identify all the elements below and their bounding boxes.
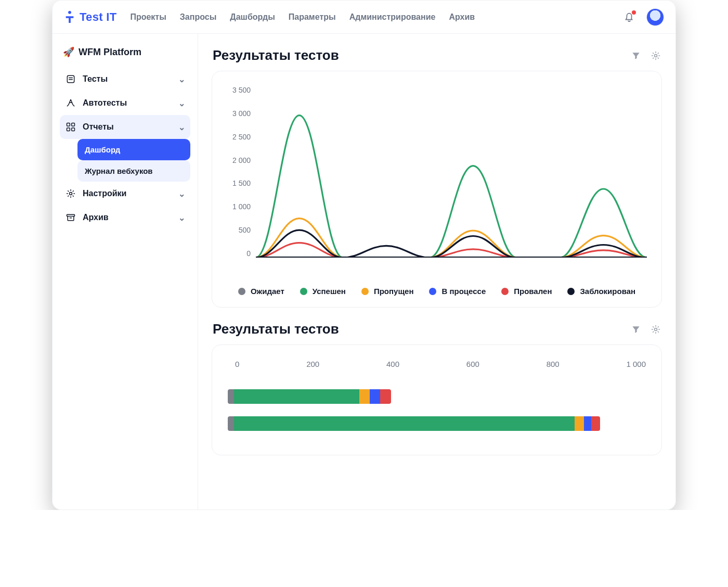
filter-button[interactable] <box>631 50 641 61</box>
sidebar-item-tests[interactable]: Тесты ⌄ <box>60 67 190 91</box>
chevron-down-icon: ⌄ <box>178 98 185 108</box>
top-nav: Проекты Запросы Дашборды Параметры Админ… <box>130 12 475 22</box>
sidebar-item-autotests[interactable]: Автотесты ⌄ <box>60 91 190 115</box>
legend-label: Ожидает <box>251 287 284 296</box>
legend-label: Пропущен <box>374 287 414 296</box>
project-header[interactable]: 🚀 WFM Platform <box>60 43 190 67</box>
y-tick: 2 000 <box>222 156 251 164</box>
filter-icon <box>631 324 641 335</box>
svg-rect-4 <box>67 128 70 131</box>
sidebar-sub-dashboard[interactable]: Дашборд <box>77 139 190 160</box>
legend-label: Заблокирован <box>580 287 635 296</box>
nav-parameters[interactable]: Параметры <box>289 12 336 22</box>
y-tick: 1 000 <box>222 202 251 211</box>
legend-swatch <box>300 288 307 295</box>
svg-point-9 <box>655 328 657 330</box>
y-tick: 500 <box>222 226 251 234</box>
section1-head: Результаты тестов <box>213 47 661 63</box>
legend-item[interactable]: Успешен <box>300 287 346 296</box>
legend-item[interactable]: Заблокирован <box>567 287 635 296</box>
notification-dot <box>632 10 636 15</box>
chart1-card: 3 500 3 000 2 500 2 000 1 500 1 000 500 … <box>212 71 662 308</box>
svg-rect-1 <box>67 75 74 82</box>
filter-button[interactable] <box>631 324 641 335</box>
legend-swatch <box>567 288 575 295</box>
bar-row <box>228 416 646 431</box>
legend-swatch <box>361 288 369 295</box>
nav-admin[interactable]: Администрирование <box>349 12 436 22</box>
sidebar-item-label: Автотесты <box>83 98 127 108</box>
chevron-down-icon: ⌄ <box>178 122 185 132</box>
bar-row <box>228 389 646 404</box>
chart2-x-ticks: 0 200 400 600 800 1 000 <box>222 354 652 377</box>
legend-item[interactable]: В процессе <box>429 287 486 296</box>
chart1-y-ticks: 3 500 3 000 2 500 2 000 1 500 1 000 500 … <box>222 86 251 258</box>
chevron-down-icon: ⌄ <box>178 213 185 223</box>
sidebar-item-label: Тесты <box>83 74 108 84</box>
bar-segment <box>359 389 370 404</box>
legend-item[interactable]: Ожидает <box>238 287 284 296</box>
y-tick: 3 000 <box>222 109 251 118</box>
legend-item[interactable]: Пропущен <box>361 287 414 296</box>
sidebar-sub-webhooks[interactable]: Журнал вебхуков <box>77 160 190 182</box>
autotests-icon <box>65 97 76 109</box>
legend-label: В процессе <box>441 287 486 296</box>
y-tick: 0 <box>222 249 251 258</box>
legend-swatch <box>429 288 436 295</box>
legend-swatch <box>501 288 509 295</box>
sidebar-item-archive[interactable]: Архив ⌄ <box>60 206 190 229</box>
y-tick: 3 500 <box>222 86 251 94</box>
sidebar-item-label: Отчеты <box>83 122 114 132</box>
app-shell: Test IT Проекты Запросы Дашборды Парамет… <box>52 0 676 510</box>
sidebar-item-reports[interactable]: Отчеты ⌄ <box>60 115 190 139</box>
chart2-card: 0 200 400 600 800 1 000 <box>212 344 662 455</box>
legend-item[interactable]: Провален <box>501 287 552 296</box>
sidebar-item-label: Архив <box>83 213 109 222</box>
logo[interactable]: Test IT <box>64 10 116 24</box>
sidebar-sub-reports: Дашборд Журнал вебхуков <box>60 139 190 182</box>
reports-icon <box>65 121 76 133</box>
settings-button[interactable] <box>651 324 661 335</box>
legend-label: Провален <box>514 287 552 296</box>
chart1-svg <box>256 86 647 258</box>
svg-point-0 <box>68 10 71 14</box>
bar-segment <box>228 416 234 431</box>
nav-dashboards[interactable]: Дашборды <box>230 12 275 22</box>
bar-segment <box>575 416 584 431</box>
bar-segment <box>591 416 600 431</box>
nav-requests[interactable]: Запросы <box>180 12 216 22</box>
logo-icon <box>64 10 75 24</box>
section2-head: Результаты тестов <box>213 321 661 337</box>
logo-text: Test IT <box>80 10 116 24</box>
bar-segment <box>380 389 391 404</box>
chart1-legend: ОжидаетУспешенПропущенВ процессеПровален… <box>222 287 652 296</box>
svg-rect-3 <box>72 123 75 126</box>
sidebar-item-label: Настройки <box>83 189 126 198</box>
section1-title: Результаты тестов <box>213 47 339 63</box>
svg-rect-7 <box>67 214 75 216</box>
project-name: WFM Platform <box>79 47 141 58</box>
bar-segment <box>370 389 380 404</box>
svg-rect-5 <box>72 128 75 131</box>
bar-segment <box>228 389 234 404</box>
bar-segment <box>234 416 575 431</box>
legend-swatch <box>238 288 245 295</box>
settings-button[interactable] <box>651 50 661 61</box>
y-tick: 2 500 <box>222 133 251 141</box>
nav-archive[interactable]: Архив <box>449 12 475 22</box>
nav-projects[interactable]: Проекты <box>130 12 166 22</box>
archive-icon <box>65 212 76 223</box>
avatar[interactable] <box>646 8 664 26</box>
x-tick: 800 <box>547 360 560 368</box>
section2-title: Результаты тестов <box>213 321 339 337</box>
chevron-down-icon: ⌄ <box>178 74 185 84</box>
legend-label: Успешен <box>313 287 346 296</box>
notifications-button[interactable] <box>623 11 635 23</box>
svg-point-6 <box>70 193 72 195</box>
sidebar-item-settings[interactable]: Настройки ⌄ <box>60 182 190 206</box>
chart2-bars <box>222 389 652 431</box>
svg-point-8 <box>655 54 657 57</box>
gear-icon <box>65 188 76 199</box>
x-tick: 0 <box>235 360 239 368</box>
tests-icon <box>65 73 76 85</box>
